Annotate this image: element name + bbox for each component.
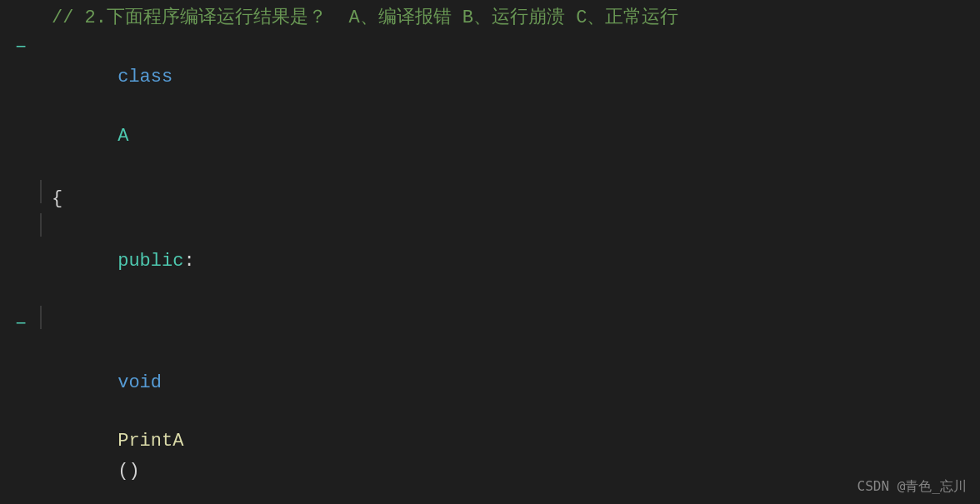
gutter-5: −: [8, 310, 33, 339]
code-line-3: {: [0, 180, 980, 213]
fold-5: [33, 306, 52, 329]
code-editor: // 2.下面程序编译运行结果是？ A、编译报错 B、运行崩溃 C、正常运行 −…: [0, 0, 980, 504]
fold-marker-2[interactable]: −: [15, 33, 26, 62]
code-line-5: − void PrintA (): [0, 306, 980, 504]
line-2-text: class A: [52, 33, 972, 180]
line-1-text: // 2.下面程序编译运行结果是？ A、编译报错 B、运行崩溃 C、正常运行: [52, 3, 972, 32]
watermark: CSDN @青色_忘川: [858, 476, 967, 497]
line-3-text: {: [52, 184, 972, 213]
line-4-text: public:: [52, 217, 972, 306]
fold-4: [33, 213, 52, 237]
fold-3: [33, 180, 52, 203]
fold-marker-5[interactable]: −: [15, 310, 26, 339]
gutter-2: −: [8, 33, 33, 62]
line-5-text: void PrintA (): [52, 310, 972, 504]
code-line-1: // 2.下面程序编译运行结果是？ A、编译报错 B、运行崩溃 C、正常运行: [0, 3, 980, 33]
code-line-4: public:: [0, 213, 980, 306]
code-line-2: − class A: [0, 33, 980, 180]
